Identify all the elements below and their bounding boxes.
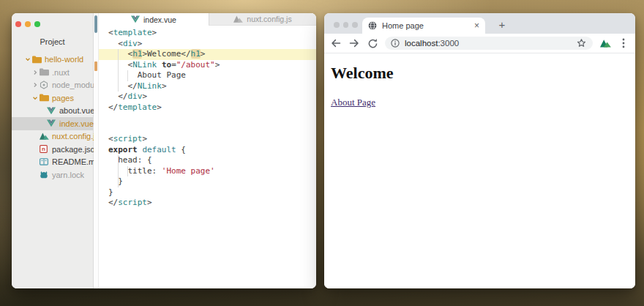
code-token-taghl: h1 (191, 49, 201, 59)
code-token-pun: < (108, 39, 123, 48)
tree-item-pages[interactable]: pages (12, 92, 93, 105)
address-bar[interactable]: localhost:3000 (385, 37, 593, 50)
chevron-down-icon[interactable] (32, 95, 40, 101)
code-token-pun: < (108, 134, 113, 143)
code-token-pun: > (142, 134, 147, 143)
code-token-tag: template (113, 28, 152, 37)
url-port: :3000 (438, 39, 459, 48)
bookmark-star-icon[interactable] (575, 37, 587, 49)
tree-item-index-vue[interactable]: index.vue (12, 117, 93, 130)
tree-item-about-vue[interactable]: about.vue (12, 105, 93, 118)
browser-viewport: Welcome About Page (324, 53, 635, 288)
code-token-pun: > (157, 102, 162, 112)
menu-kebab-icon[interactable] (618, 37, 629, 49)
code-token-pun: > (162, 81, 167, 91)
project-sidebar: Project hello-world.nuxtnode_modulespage… (12, 13, 94, 288)
tree-item-label: .nuxt (52, 68, 70, 77)
zoom-window-button[interactable] (34, 21, 40, 27)
readme-icon (40, 158, 49, 165)
tree-item-package-json[interactable]: npackage.json (12, 143, 93, 156)
browser-tab[interactable]: Home page × (362, 18, 485, 34)
code-token-pun: > (138, 39, 143, 48)
tree-item-hello-world[interactable]: hello-world (12, 53, 93, 67)
tree-item-yarn-lock[interactable]: yarn.lock (12, 168, 93, 182)
chevron-down-icon[interactable] (25, 56, 32, 62)
code-line-highlighted: <h1>Welcome</h1> (99, 49, 316, 60)
reload-icon[interactable] (367, 37, 378, 49)
code-token-kw: export (108, 145, 138, 154)
editor-tab-index-vue[interactable]: index.vue (99, 13, 209, 26)
code-token-txt: head: { (108, 155, 152, 165)
tree-item-label: package.json (52, 145, 100, 154)
code-line: } (99, 176, 316, 187)
indent-guide (127, 70, 128, 81)
code-editor[interactable]: <template> <div> <h1>Welcome</h1> <NLink… (99, 26, 316, 209)
code-line: </NLink> (99, 81, 316, 92)
code-token-txt: title: (108, 166, 162, 176)
tree-item-label: hello-world (45, 55, 83, 64)
tab-close-icon[interactable]: × (474, 21, 479, 30)
code-line: <template> (99, 28, 316, 39)
close-window-button[interactable] (334, 22, 340, 28)
editor-scrollbar-gutter[interactable] (94, 13, 99, 288)
chevron-right-icon[interactable] (32, 70, 40, 75)
code-line: <div> (99, 39, 316, 50)
browser-window: Home page × + localhost:3000 Welcome Abo… (324, 13, 635, 288)
minimize-window-button[interactable] (343, 22, 349, 28)
code-line: title: 'Home page' (99, 166, 316, 177)
about-page-link[interactable]: About Page (331, 97, 375, 108)
minimize-window-button[interactable] (25, 21, 31, 27)
editor-window: Project hello-world.nuxtnode_modulespage… (12, 13, 316, 288)
tree-item-nuxt-config-js[interactable]: nuxt.config.js (12, 130, 93, 143)
browser-tab-strip: Home page × + (324, 13, 635, 34)
editor-tab-label: nuxt.config.js (247, 15, 291, 23)
folder-icon (40, 94, 49, 102)
code-token-pun: = (171, 60, 176, 70)
npm-icon: n (40, 145, 49, 153)
tree-item-node-modules[interactable]: node_modules (12, 79, 93, 92)
vue-icon (131, 15, 140, 23)
back-icon[interactable] (330, 37, 342, 49)
code-token-txt: About Page (108, 70, 186, 80)
editor-tab-nuxt-config-js[interactable]: nuxt.config.js (209, 13, 316, 26)
extension-mountain-icon[interactable] (599, 37, 611, 49)
svg-text:n: n (42, 146, 45, 153)
code-token-attr: to (162, 60, 171, 70)
tree-item-label: about.vue (59, 106, 94, 115)
code-token-pun: </ (181, 49, 190, 59)
code-line: About Page (99, 70, 316, 81)
window-controls (12, 13, 93, 27)
code-token-str: "/about" (176, 60, 215, 70)
indent-guide (118, 49, 119, 92)
site-info-icon[interactable] (391, 37, 400, 49)
close-window-button[interactable] (15, 21, 21, 27)
vue-icon (47, 119, 56, 127)
code-line: head: { (99, 155, 316, 166)
scrollbar-thumb[interactable] (94, 15, 97, 33)
code-token-pun: > (152, 28, 157, 37)
code-token-pun: > (142, 92, 147, 101)
code-token-tag: script (118, 198, 147, 207)
code-token-txt: } (108, 187, 113, 197)
code-token-pun: < (108, 49, 132, 59)
globe-favicon-icon (368, 21, 377, 30)
nuxt-icon (233, 15, 243, 23)
sidebar-title: Project (12, 37, 93, 46)
code-token-pun: > (142, 49, 147, 59)
new-tab-button[interactable]: + (494, 16, 510, 32)
code-line: export default { (99, 145, 316, 156)
code-token-pun: < (108, 60, 132, 70)
tree-item-readme-md[interactable]: README.md (12, 156, 93, 169)
chevron-right-icon[interactable] (32, 82, 40, 88)
zoom-window-button[interactable] (352, 22, 358, 28)
code-token-pun: > (201, 49, 206, 59)
code-token-tag: div (128, 92, 143, 101)
tree-item--nuxt[interactable]: .nuxt (12, 66, 93, 79)
vue-icon (47, 107, 56, 115)
code-line (99, 113, 316, 124)
code-token-txt: Welcome (147, 49, 181, 59)
code-token-txt: } (108, 176, 123, 186)
forward-icon[interactable] (348, 37, 360, 49)
tree-item-label: nuxt.config.js (52, 132, 99, 141)
code-token-txt: { (176, 145, 186, 154)
